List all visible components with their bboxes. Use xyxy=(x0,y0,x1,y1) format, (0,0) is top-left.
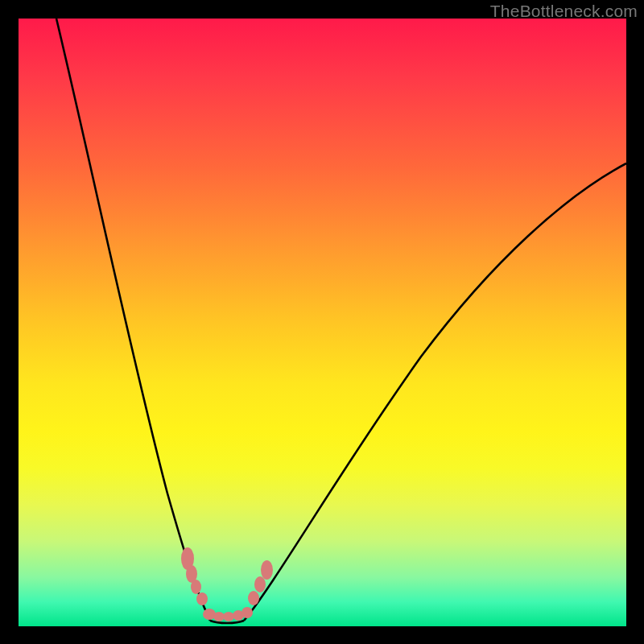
watermark-text: TheBottleneck.com xyxy=(490,2,638,21)
gradient-plot-area xyxy=(19,19,626,626)
